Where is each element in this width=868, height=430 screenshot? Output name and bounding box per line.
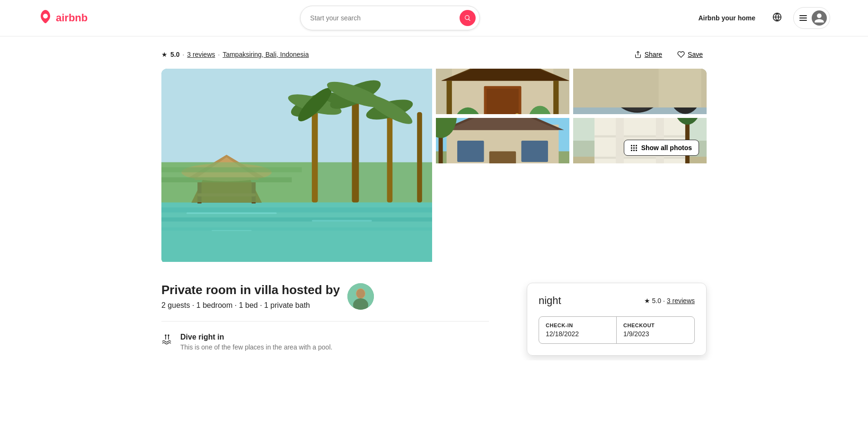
svg-rect-20	[387, 107, 393, 202]
svg-rect-21	[417, 112, 422, 203]
svg-rect-76	[594, 157, 685, 159]
booking-review-link[interactable]: 3 reviews	[667, 297, 695, 305]
checkin-checkout: CHECK-IN 12/18/2022 CHECKOUT 1/9/2023	[539, 316, 695, 344]
host-avatar[interactable]	[347, 283, 374, 310]
grid-icon	[631, 145, 638, 151]
svg-rect-36	[487, 89, 519, 114]
heart-icon	[677, 51, 685, 58]
feature-title: Dive right in	[180, 333, 332, 341]
listing-title: Private room in villa hosted by	[161, 283, 340, 297]
svg-rect-19	[352, 92, 359, 202]
svg-point-88	[356, 289, 365, 298]
share-icon	[634, 51, 642, 58]
feature-text: Dive right in This is one of the few pla…	[180, 333, 332, 351]
logo-text: airbnb	[56, 12, 88, 24]
photo-thumb-4[interactable]: Show all photos	[573, 118, 707, 163]
review-link[interactable]: 3 reviews	[187, 51, 215, 58]
svg-rect-41	[447, 81, 452, 114]
svg-rect-4	[161, 207, 432, 213]
svg-rect-18	[312, 102, 318, 203]
listing-left: Private room in villa hosted by 2 guests…	[161, 283, 489, 360]
svg-point-90	[165, 335, 166, 336]
price-display: night	[539, 295, 561, 307]
header-right: Airbnb your home	[692, 7, 830, 29]
svg-rect-66	[489, 152, 516, 163]
svg-rect-31	[161, 177, 292, 182]
dot-separator: ·	[182, 51, 184, 58]
share-button[interactable]: Share	[630, 48, 666, 61]
checkin-label: CHECK-IN	[546, 322, 610, 328]
show-all-photos-button[interactable]: Show all photos	[624, 140, 699, 156]
pool-icon	[161, 334, 173, 345]
globe-icon[interactable]	[769, 9, 786, 27]
listing-specs: 2 guests · 1 bedroom · 1 bed · 1 private…	[161, 301, 340, 310]
svg-rect-6	[161, 227, 432, 230]
logo[interactable]: airbnb	[38, 9, 88, 27]
booking-rating-value: 5.0	[652, 297, 661, 305]
rating-number: 5.0	[170, 51, 179, 58]
checkin-box[interactable]: CHECK-IN 12/18/2022	[539, 317, 617, 343]
header: airbnb Airbnb your home	[0, 0, 868, 36]
svg-rect-9	[212, 230, 252, 231]
airbnb-logo-icon	[38, 9, 53, 27]
svg-point-91	[168, 335, 169, 336]
svg-rect-30	[161, 167, 302, 172]
booking-star-icon: ★	[644, 297, 650, 305]
photo-grid: Show all photos	[161, 69, 707, 264]
svg-rect-5	[161, 217, 432, 221]
search-input[interactable]	[310, 14, 455, 22]
listing-body: Private room in villa hosted by 2 guests…	[161, 283, 707, 360]
checkout-value: 1/9/2023	[623, 330, 688, 338]
search-button[interactable]	[460, 10, 476, 26]
airbnb-your-home-link[interactable]: Airbnb your home	[692, 10, 761, 26]
thumb-2-svg	[573, 69, 707, 114]
thumb-1-svg	[436, 69, 569, 114]
dot-separator-2: ·	[218, 51, 220, 58]
user-menu[interactable]	[793, 7, 830, 29]
svg-rect-57	[658, 69, 701, 108]
host-avatar-img	[347, 283, 374, 310]
share-label: Share	[645, 51, 662, 58]
booking-dot: ·	[663, 297, 665, 305]
search-icon	[464, 14, 471, 22]
listing-meta: ★ 5.0 · 3 reviews · Tampaksiring, Bali, …	[161, 48, 707, 61]
booking-card: night ★ 5.0 · 3 reviews CHECK-IN 12/18/2…	[527, 283, 707, 356]
avatar	[812, 10, 827, 26]
star-icon: ★	[161, 51, 168, 58]
svg-rect-8	[312, 220, 372, 221]
photo-main[interactable]	[161, 69, 432, 262]
photo-thumb-3[interactable]	[436, 118, 569, 163]
save-button[interactable]: Save	[673, 48, 707, 61]
checkout-box[interactable]: CHECKOUT 1/9/2023	[617, 317, 694, 343]
location-link[interactable]: Tampaksiring, Bali, Indonesia	[222, 51, 309, 58]
show-photos-label: Show all photos	[641, 144, 692, 152]
svg-rect-65	[521, 141, 548, 162]
svg-rect-75	[594, 135, 685, 138]
thumb-3-svg	[436, 118, 569, 163]
save-label: Save	[688, 51, 703, 58]
hamburger-icon	[799, 15, 807, 21]
booking-price-row: night ★ 5.0 · 3 reviews	[539, 295, 695, 307]
main-photo-svg	[161, 69, 432, 262]
svg-rect-42	[553, 81, 558, 114]
photo-grid-wrapper: Show all photos	[161, 69, 707, 264]
checkin-value: 12/18/2022	[546, 330, 610, 338]
listing-title-group: Private room in villa hosted by 2 guests…	[161, 283, 340, 310]
listing-meta-left: ★ 5.0 · 3 reviews · Tampaksiring, Bali, …	[161, 51, 309, 58]
price-label: night	[539, 295, 561, 306]
main-content: ★ 5.0 · 3 reviews · Tampaksiring, Bali, …	[150, 36, 718, 360]
photo-right-grid: Show all photos	[436, 69, 707, 163]
listing-meta-right: Share Save	[630, 48, 707, 61]
search-bar[interactable]	[300, 6, 480, 30]
divider-1	[161, 321, 489, 322]
photo-thumb-1[interactable]	[436, 69, 569, 114]
svg-rect-7	[186, 213, 277, 214]
feature-dive-right-in: Dive right in This is one of the few pla…	[161, 333, 489, 351]
photo-thumb-2[interactable]	[573, 69, 707, 114]
svg-rect-64	[457, 141, 484, 162]
listing-hosted-by: Private room in villa hosted by 2 guests…	[161, 283, 489, 310]
booking-rating: ★ 5.0 · 3 reviews	[644, 297, 695, 305]
checkout-label: CHECKOUT	[623, 322, 688, 328]
feature-desc: This is one of the few places in the are…	[180, 343, 332, 351]
